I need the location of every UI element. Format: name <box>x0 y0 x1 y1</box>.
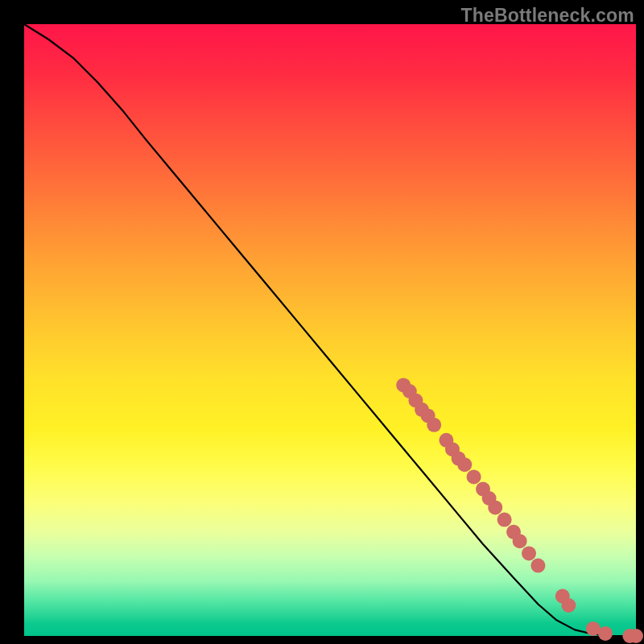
performance-curve <box>24 24 636 636</box>
chart-overlay <box>24 24 636 636</box>
scatter-point <box>488 500 502 514</box>
scatter-point <box>522 546 536 560</box>
chart-frame: TheBottleneck.com <box>0 0 644 644</box>
attribution-label: TheBottleneck.com <box>460 5 634 27</box>
scatter-point <box>467 469 481 484</box>
scatter-point <box>497 513 512 527</box>
scatter-point <box>427 418 441 432</box>
scatter-point <box>457 457 472 472</box>
scatter-point <box>629 629 643 643</box>
scatter-points-group <box>396 378 643 643</box>
scatter-point <box>598 626 613 641</box>
scatter-point <box>561 598 576 613</box>
scatter-point <box>530 559 545 573</box>
scatter-point <box>513 534 527 548</box>
